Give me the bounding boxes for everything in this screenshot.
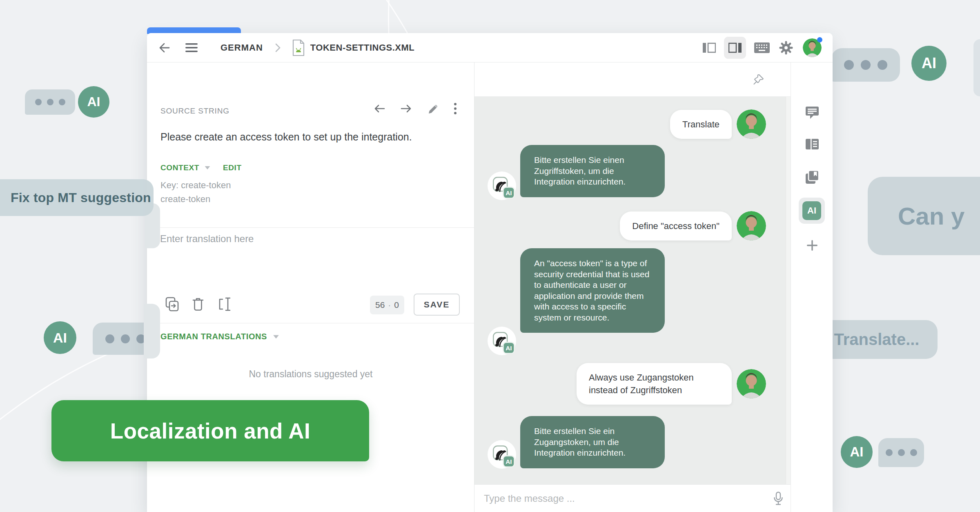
microphone-icon xyxy=(773,492,784,505)
context-value: create-token xyxy=(160,194,210,205)
banner-text: Localization and AI xyxy=(110,419,310,443)
translations-collapse-icon[interactable] xyxy=(273,335,279,338)
settings-button[interactable] xyxy=(777,39,795,57)
ai-badge-circle: AI xyxy=(841,436,873,468)
typing-dots-bubble xyxy=(25,89,75,115)
chat-message-user: Define "access token" xyxy=(620,211,766,240)
panel-left-toggle[interactable] xyxy=(700,39,718,57)
plus-icon xyxy=(806,239,818,252)
ai-message-bubble: Bitte erstellen Sie ein Zugangstoken, um… xyxy=(520,416,665,468)
character-counter: 56·0 xyxy=(370,296,404,314)
context-key: Key: create-token xyxy=(160,180,231,191)
back-arrow-icon xyxy=(158,42,171,54)
divider xyxy=(147,227,474,228)
ai-assistant-avatar xyxy=(488,327,516,355)
user-avatar xyxy=(737,109,766,139)
context-edit-link[interactable]: EDIT xyxy=(223,163,242,172)
pin-icon xyxy=(753,73,765,86)
gear-icon xyxy=(779,41,793,55)
next-string-button[interactable] xyxy=(401,104,412,114)
typing-dots-bubble xyxy=(878,438,924,467)
copy-source-button[interactable] xyxy=(165,296,180,312)
previous-string-button[interactable] xyxy=(374,104,385,114)
pencil-icon xyxy=(428,103,438,114)
comments-tab[interactable] xyxy=(805,106,820,120)
breadcrumb-filename[interactable]: TOKEN-SETTINGS.XML xyxy=(310,42,415,53)
xml-file-icon xyxy=(292,39,305,56)
chat-input-bar xyxy=(474,484,791,512)
chat-message-list[interactable]: Translate Bitte erstellen Sie einen Zugr… xyxy=(474,97,791,512)
source-text: Please create an access token to set up … xyxy=(160,131,412,143)
ai-assistant-tab[interactable]: AI xyxy=(799,198,825,224)
page-background: AI AI AI Can y Translate... AI GERMAN xyxy=(0,0,980,512)
text-selection-icon xyxy=(218,297,232,312)
ai-badge-circle: AI xyxy=(911,46,947,81)
chat-message-user: Always use Zugangstoken instead of Zugri… xyxy=(577,363,766,405)
translate-ellipsis-bubble: Translate... xyxy=(816,320,938,359)
add-panel-button[interactable] xyxy=(806,239,819,252)
ai-chat-panel: Translate Bitte erstellen Sie einen Zugr… xyxy=(474,62,791,512)
pin-conversation-button[interactable] xyxy=(752,73,765,86)
comments-icon xyxy=(805,106,819,119)
breadcrumb-language[interactable]: GERMAN xyxy=(220,42,263,53)
context-row: CONTEXT EDIT xyxy=(160,163,242,172)
fix-mt-suggestion-text: Fix top MT suggestion xyxy=(11,190,151,205)
typing-dots-bubble xyxy=(831,48,900,82)
save-button[interactable]: SAVE xyxy=(414,294,460,316)
context-label[interactable]: CONTEXT xyxy=(160,163,199,172)
can-you-bubble: Can y xyxy=(868,177,980,255)
voice-input-button[interactable] xyxy=(766,486,791,511)
edge-bubble xyxy=(973,39,980,96)
user-avatar[interactable] xyxy=(802,38,822,58)
context-dropdown-icon[interactable] xyxy=(205,166,210,169)
glossary-books-icon xyxy=(805,170,820,185)
chat-message-user: Translate xyxy=(670,109,766,139)
can-you-text: Can y xyxy=(898,202,964,230)
clear-translation-button[interactable] xyxy=(191,296,205,312)
ai-badge-circle: AI xyxy=(44,321,76,354)
edge-bubble xyxy=(144,304,160,358)
trash-icon xyxy=(192,297,204,311)
user-avatar xyxy=(737,369,766,398)
localization-ai-banner: Localization and AI xyxy=(51,400,369,461)
source-string-label: SOURCE STRING xyxy=(160,107,229,116)
user-avatar xyxy=(737,211,766,240)
back-button[interactable] xyxy=(158,41,172,55)
ai-assistant-avatar xyxy=(488,440,516,469)
chat-message-input[interactable] xyxy=(483,492,766,505)
arrow-right-icon xyxy=(401,104,412,114)
chat-scrollbar[interactable] xyxy=(786,97,791,512)
edit-source-button[interactable] xyxy=(428,103,438,114)
ai-message-bubble: An "access token" is a type of security … xyxy=(520,248,665,333)
right-sidebar: AI xyxy=(791,62,833,512)
panel-left-icon xyxy=(703,42,716,53)
source-toolbar xyxy=(374,102,457,115)
ai-assistant-avatar xyxy=(488,171,516,200)
fix-mt-suggestion-bubble: Fix top MT suggestion xyxy=(0,179,154,216)
panel-right-icon xyxy=(728,42,742,53)
ai-badge-circle: AI xyxy=(78,86,109,118)
translation-input[interactable] xyxy=(159,232,462,286)
glossary-tab[interactable] xyxy=(805,169,820,185)
keyboard-icon xyxy=(754,42,770,53)
keyboard-shortcuts-button[interactable] xyxy=(753,39,771,57)
chevron-right-icon xyxy=(275,43,281,52)
kebab-menu-icon xyxy=(454,102,457,115)
copy-source-icon xyxy=(165,297,179,312)
select-text-button[interactable] xyxy=(217,296,233,312)
article-icon xyxy=(805,138,819,150)
app-header: GERMAN TOKEN-SETTINGS.XML xyxy=(147,33,833,62)
context-info-tab[interactable] xyxy=(805,138,820,150)
hamburger-icon xyxy=(185,43,198,53)
translations-section-header[interactable]: GERMAN TRANSLATIONS xyxy=(160,332,279,341)
menu-button[interactable] xyxy=(185,41,198,55)
panel-right-toggle[interactable] xyxy=(724,37,746,59)
more-options-button[interactable] xyxy=(454,102,457,115)
ai-message-bubble: Bitte erstellen Sie einen Zugriffstoken,… xyxy=(520,145,665,197)
user-message-bubble: Define "access token" xyxy=(620,211,732,240)
divider xyxy=(147,323,474,323)
chat-toolbar xyxy=(474,62,791,97)
ai-assistant-tab-label: AI xyxy=(802,201,821,220)
online-status-dot xyxy=(817,37,822,42)
translate-ellipsis-text: Translate... xyxy=(834,330,920,349)
